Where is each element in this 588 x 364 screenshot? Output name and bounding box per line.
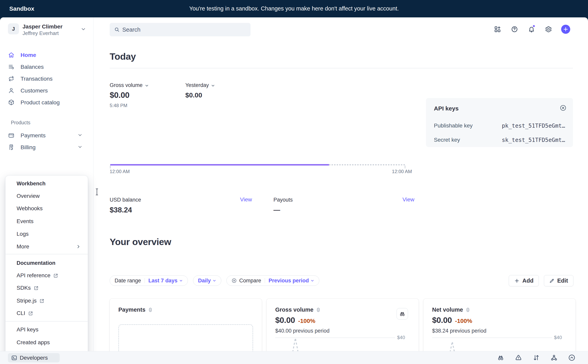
menu-item-sdks[interactable]: SDKs <box>9 283 84 292</box>
account-subtitle: Jeffrey Everhart <box>23 30 59 36</box>
gear-icon <box>545 26 552 33</box>
balances-icon <box>8 63 15 70</box>
apps-grid-icon <box>494 26 501 33</box>
payouts-label: Payouts <box>273 197 293 203</box>
notification-dot <box>532 25 536 28</box>
sidebar-item-home[interactable]: Home <box>8 51 36 59</box>
publishable-key-value[interactable]: pk_test_51TFD5eGmt… <box>502 123 565 129</box>
account-switcher[interactable]: J Jasper Climber Jeffrey Everhart <box>8 23 87 35</box>
plus-icon <box>563 26 569 32</box>
gridline-label-40: $40 <box>554 335 562 340</box>
publishable-key-label: Publishable key <box>434 123 473 129</box>
info-icon[interactable] <box>148 307 153 312</box>
search-icon <box>114 27 120 32</box>
menu-item-cli[interactable]: CLI <box>9 309 84 318</box>
help-button[interactable] <box>510 25 519 34</box>
webhook-icon <box>550 354 558 361</box>
create-button[interactable] <box>561 25 570 34</box>
menu-item-overview[interactable]: Overview <box>9 191 84 201</box>
text-cursor <box>96 188 98 195</box>
chevron-down-icon[interactable] <box>78 132 83 137</box>
chevron-down-icon <box>145 83 149 88</box>
payments-card-title: Payments <box>118 306 145 313</box>
gross-volume-selector[interactable]: Gross volume <box>110 82 149 88</box>
sidebar-item-transactions[interactable]: Transactions <box>8 74 52 83</box>
gross-volume-card-title: Gross volume <box>275 306 313 313</box>
menu-item-stripejs[interactable]: Stripe.js <box>9 296 84 305</box>
payouts-view-link[interactable]: View <box>402 196 414 203</box>
sidebar-item-customers[interactable]: Customers <box>8 86 48 95</box>
chevron-down-icon <box>310 279 314 283</box>
errors-button[interactable] <box>514 353 523 362</box>
divider <box>110 68 573 68</box>
remove-compare-icon[interactable] <box>231 278 237 283</box>
date-range-filter[interactable]: Date range Last 7 days <box>110 275 188 286</box>
menu-item-logs[interactable]: Logs <box>9 229 84 239</box>
chevron-right-icon <box>76 244 81 249</box>
yesterday-selector[interactable]: Yesterday <box>185 82 215 88</box>
secret-key-value[interactable]: sk_test_51TFD5eGmt… <box>502 137 565 143</box>
api-keys-title: API keys <box>434 105 459 112</box>
menu-item-created-apps[interactable]: Created apps <box>9 338 84 347</box>
close-icon[interactable] <box>560 104 567 111</box>
help-icon <box>511 26 518 33</box>
avatar: J <box>8 23 19 34</box>
chevron-up-circle-icon <box>568 354 575 361</box>
external-link-icon <box>34 286 39 291</box>
net-volume-card-value: $0.00 <box>432 316 452 325</box>
external-link-icon <box>53 273 58 278</box>
add-button[interactable]: Add <box>509 275 539 286</box>
sandbox-message: You're testing in a sandbox. Changes you… <box>0 0 588 17</box>
divider <box>6 321 88 322</box>
search-input[interactable] <box>122 23 247 36</box>
webhook-icon-button[interactable] <box>549 353 559 362</box>
gross-volume-card-delta: -100% <box>298 318 315 324</box>
popup-header-documentation: Documentation <box>9 259 84 267</box>
chevron-down-icon <box>212 279 216 283</box>
menu-item-events[interactable]: Events <box>9 217 84 226</box>
sidebar-item-billing[interactable]: Billing <box>8 143 36 152</box>
info-icon[interactable] <box>465 307 471 312</box>
sidebar-item-payments[interactable]: Payments <box>8 131 46 140</box>
axis-label-start: 12:00 AM <box>110 169 130 174</box>
usd-balance-view-link[interactable]: View <box>240 196 252 203</box>
gross-volume-time: 5:48 PM <box>110 103 127 108</box>
menu-item-api-reference[interactable]: API reference <box>9 271 84 280</box>
billing-icon <box>8 144 15 150</box>
interval-filter[interactable]: Daily <box>193 275 221 286</box>
menu-item-more[interactable]: More <box>9 242 84 251</box>
account-name: Jasper Climber <box>23 24 62 30</box>
inspector-button[interactable] <box>496 353 505 362</box>
sidebar-item-balances[interactable]: Balances <box>8 62 44 71</box>
customers-icon <box>8 87 15 94</box>
edit-button[interactable]: Edit <box>544 275 573 286</box>
developers-button[interactable]: Developers <box>8 353 60 362</box>
sandbox-banner: Sandbox You're testing in a sandbox. Cha… <box>0 0 588 17</box>
divider <box>145 278 145 283</box>
notifications-button[interactable] <box>527 25 536 34</box>
arrows-down-up-icon <box>533 354 540 361</box>
developers-bar: Developers <box>0 351 588 364</box>
sidebar-item-product-catalog[interactable]: Product catalog <box>8 98 60 107</box>
binoculars-icon <box>399 311 405 317</box>
external-link-icon <box>39 298 45 304</box>
api-requests-button[interactable] <box>531 353 541 362</box>
menu-item-api-keys[interactable]: API keys <box>9 325 84 334</box>
usd-balance-label: USD balance <box>110 197 141 203</box>
apps-button[interactable] <box>493 25 502 34</box>
collapse-icon[interactable] <box>567 353 576 362</box>
settings-button[interactable] <box>544 25 553 34</box>
axis-label-end: 12:00 AM <box>386 169 412 174</box>
info-icon[interactable] <box>316 307 321 312</box>
payments-icon <box>8 132 15 139</box>
overview-heading: Your overview <box>110 236 171 247</box>
search-bar[interactable] <box>110 23 251 36</box>
compare-filter[interactable]: Compare Previous period <box>226 275 319 286</box>
secret-key-label: Secret key <box>434 137 460 143</box>
menu-item-webhooks[interactable]: Webhooks <box>9 204 84 213</box>
explore-metric-button[interactable] <box>397 308 408 319</box>
chevron-down-icon[interactable] <box>78 144 83 150</box>
gross-volume-card-value: $0.00 <box>275 316 295 325</box>
product-catalog-icon <box>8 99 15 106</box>
yesterday-value: $0.00 <box>185 91 202 99</box>
